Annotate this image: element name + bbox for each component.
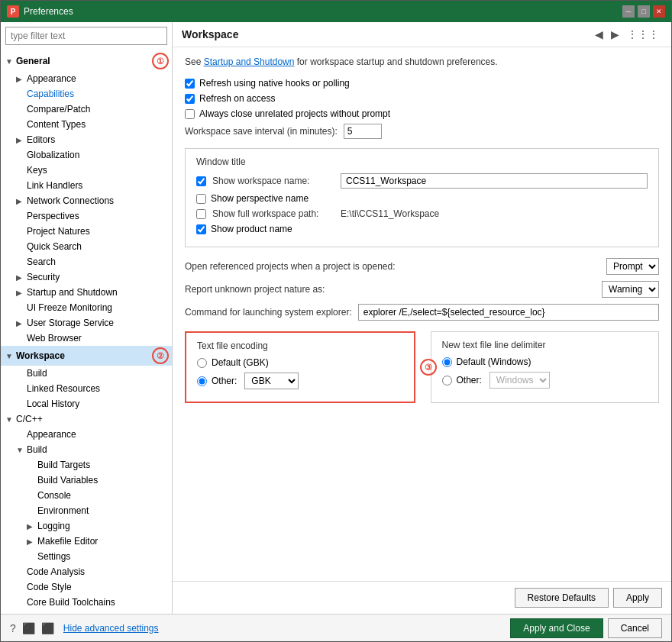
- sidebar-item-capabilities[interactable]: Capabilities: [1, 86, 172, 102]
- sidebar-item-general[interactable]: General①: [1, 51, 172, 71]
- apply-button[interactable]: Apply: [613, 588, 662, 608]
- sidebar-item-build-variables[interactable]: Build Variables: [1, 473, 172, 488]
- sidebar-item-startup[interactable]: Startup and Shutdown: [1, 285, 172, 300]
- save-interval-input[interactable]: [344, 124, 382, 139]
- sidebar-item-cpp[interactable]: C/C++: [1, 411, 172, 427]
- bottom-bar: ? ⬛ ⬛ Hide advanced settings Apply and C…: [1, 614, 671, 641]
- line-other-label: Other:: [457, 375, 482, 386]
- sidebar-item-label: Core Build Toolchains: [27, 597, 169, 608]
- menu-button[interactable]: ⋮⋮⋮: [624, 27, 662, 42]
- sidebar-item-makefile-editor[interactable]: Makefile Editor: [1, 534, 172, 549]
- report-unknown-select[interactable]: Warning Error Info: [602, 281, 659, 298]
- sidebar-item-web-browser[interactable]: Web Browser: [1, 331, 172, 346]
- apply-close-button[interactable]: Apply and Close: [510, 618, 603, 638]
- sidebar-item-content[interactable]: Content Types: [1, 117, 172, 132]
- maximize-button[interactable]: □: [638, 5, 650, 18]
- show-perspective-checkbox[interactable]: [196, 194, 206, 204]
- line-delimiter-box: New text file line delimiter Default (Wi…: [431, 331, 660, 403]
- sidebar-item-cpp-appearance[interactable]: Appearance: [1, 427, 172, 442]
- encoding-other-select[interactable]: GBK UTF-8 UTF-16: [244, 373, 299, 389]
- arrow-icon: [27, 537, 37, 546]
- back-button[interactable]: ◀: [592, 27, 606, 42]
- sidebar-item-project-natures[interactable]: Project Natures: [1, 224, 172, 239]
- startup-shutdown-link[interactable]: Startup and Shutdown: [204, 56, 295, 67]
- sidebar-item-editors[interactable]: Editors: [1, 132, 172, 147]
- sidebar-item-label: Quick Search: [27, 241, 169, 252]
- arrow-icon: [16, 136, 27, 144]
- line-delimiter-title: New text file line delimiter: [442, 340, 648, 350]
- sidebar-item-ui-freeze[interactable]: UI Freeze Monitoring: [1, 300, 172, 315]
- sidebar-item-label: Appearance: [27, 429, 169, 440]
- sidebar-item-compare[interactable]: Compare/Patch: [1, 102, 172, 117]
- sidebar-item-build[interactable]: Build: [1, 366, 172, 381]
- show-workspace-name-checkbox[interactable]: [196, 176, 206, 186]
- app-icon: P: [7, 5, 19, 18]
- panel-body: See Startup and Shutdown for workspace s…: [173, 47, 671, 581]
- line-other-select[interactable]: Windows Unix Mac: [489, 372, 550, 389]
- help-icon[interactable]: ?: [10, 622, 16, 634]
- encoding-section: Text file encoding Default (GBK) Other: …: [185, 331, 659, 403]
- refresh-native-label: Refresh using native hooks or polling: [199, 78, 350, 89]
- sidebar-item-label: Security: [27, 272, 169, 282]
- sidebar-item-label: Perspectives: [27, 211, 169, 221]
- line-other-radio[interactable]: [442, 376, 452, 386]
- sidebar-item-perspectives[interactable]: Perspectives: [1, 208, 172, 224]
- refresh-access-label: Refresh on access: [199, 93, 275, 104]
- forward-button[interactable]: ▶: [608, 27, 622, 42]
- show-full-path-checkbox[interactable]: [196, 209, 206, 219]
- close-button[interactable]: ✕: [653, 5, 665, 18]
- filter-input[interactable]: [5, 27, 167, 45]
- import-icon[interactable]: ⬛: [41, 622, 54, 634]
- close-unrelated-checkbox[interactable]: [185, 109, 195, 119]
- sidebar-item-user-storage[interactable]: User Storage Service: [1, 315, 172, 331]
- minimize-button[interactable]: ─: [622, 5, 635, 18]
- arrow-icon: [16, 75, 27, 83]
- restore-defaults-button[interactable]: Restore Defaults: [515, 588, 609, 608]
- refresh-access-checkbox[interactable]: [185, 94, 195, 104]
- sidebar-item-keys[interactable]: Keys: [1, 163, 172, 178]
- report-unknown-label: Report unknown project nature as:: [185, 284, 596, 295]
- sidebar-item-cpp-build[interactable]: Build: [1, 442, 172, 457]
- show-perspective-row: Show perspective name: [196, 193, 648, 204]
- sidebar-item-logging[interactable]: Logging: [1, 518, 172, 534]
- cancel-button[interactable]: Cancel: [608, 618, 662, 638]
- line-default-radio[interactable]: [442, 357, 452, 367]
- preferences-window: P Preferences ─ □ ✕ General①AppearanceCa…: [0, 0, 672, 642]
- sidebar-item-search[interactable]: Search: [1, 254, 172, 269]
- sidebar-item-globalization[interactable]: Globalization: [1, 147, 172, 163]
- show-product-name-checkbox[interactable]: [196, 224, 206, 234]
- sidebar-item-environment[interactable]: Environment: [1, 503, 172, 518]
- sidebar-item-local-history[interactable]: Local History: [1, 396, 172, 411]
- sidebar-item-label: Code Analysis: [27, 566, 169, 577]
- refresh-native-checkbox[interactable]: [185, 79, 195, 89]
- export-icon[interactable]: ⬛: [22, 622, 35, 634]
- open-referenced-select[interactable]: Prompt Always Never: [606, 258, 659, 275]
- command-input[interactable]: [358, 304, 659, 321]
- sidebar-item-console[interactable]: Console: [1, 488, 172, 503]
- sidebar-item-code-analysis[interactable]: Code Analysis: [1, 564, 172, 579]
- hide-advanced-link[interactable]: Hide advanced settings: [63, 623, 159, 634]
- sidebar-item-core-build-toolchains[interactable]: Core Build Toolchains: [1, 595, 172, 610]
- encoding-other-radio[interactable]: [197, 376, 207, 386]
- sidebar-item-network[interactable]: Network Connections: [1, 193, 172, 208]
- sidebar-item-quick-search[interactable]: Quick Search: [1, 239, 172, 254]
- sidebar-item-workspace[interactable]: Workspace②: [1, 346, 172, 366]
- sidebar-item-link-handlers[interactable]: Link Handlers: [1, 178, 172, 193]
- show-full-path-row: Show full workspace path: E:\ti\CCS11_Wo…: [196, 208, 648, 219]
- sidebar-item-linked-resources[interactable]: Linked Resources: [1, 381, 172, 396]
- sidebar-item-build-targets[interactable]: Build Targets: [1, 457, 172, 473]
- save-interval-label: Workspace save interval (in minutes):: [185, 126, 338, 137]
- sidebar-item-label: Build Targets: [37, 460, 169, 470]
- sidebar-item-settings[interactable]: Settings: [1, 549, 172, 564]
- show-workspace-name-row: Show workspace name:: [196, 173, 648, 189]
- encoding-default-radio[interactable]: [197, 358, 207, 368]
- sidebar-item-security[interactable]: Security: [1, 269, 172, 285]
- sidebar-item-code-style[interactable]: Code Style: [1, 579, 172, 595]
- command-row: Command for launching system explorer:: [185, 304, 659, 321]
- show-perspective-label: Show perspective name: [211, 193, 309, 204]
- sidebar-item-appearance[interactable]: Appearance: [1, 71, 172, 86]
- workspace-name-input[interactable]: [341, 173, 648, 189]
- sidebar-item-label: Globalization: [27, 150, 169, 160]
- text-encoding-title: Text file encoding: [197, 340, 403, 351]
- open-referenced-label: Open referenced projects when a project …: [185, 261, 600, 272]
